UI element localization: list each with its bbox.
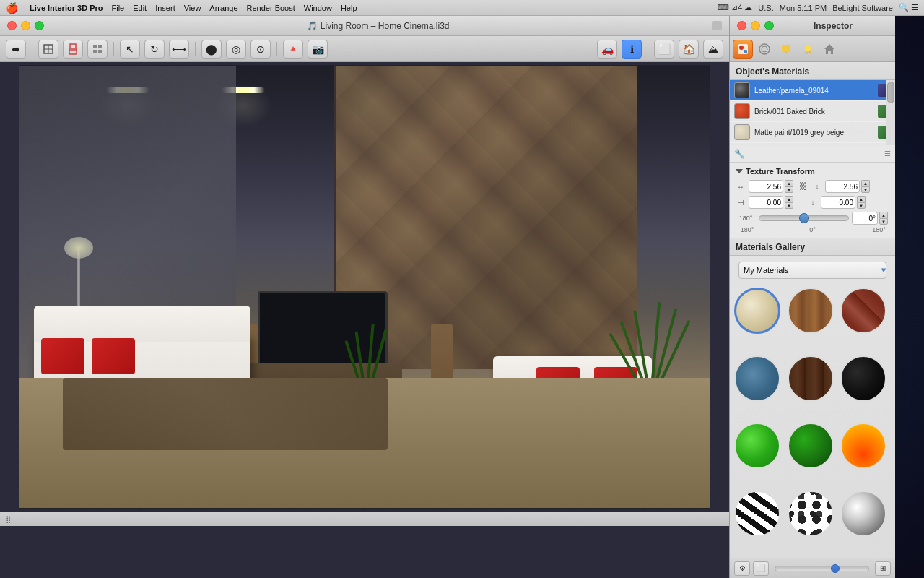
menu-file[interactable]: File <box>111 4 124 12</box>
angle-stepper[interactable]: ▲ ▼ <box>879 212 889 225</box>
info-btn[interactable]: ℹ <box>622 40 642 59</box>
menu-arrange[interactable]: Arrange <box>209 4 237 12</box>
offset-x-stepper[interactable]: ▲ ▼ <box>785 196 795 209</box>
swatch-zebra[interactable] <box>734 491 780 537</box>
grid-btn[interactable] <box>87 40 108 59</box>
swatch-beige[interactable] <box>734 288 780 334</box>
texture-transform-title: Texture Transform <box>736 167 889 176</box>
scale-y-stepper[interactable]: ▲ ▼ <box>861 180 871 193</box>
swatch-green-dark[interactable] <box>788 423 834 469</box>
material-item-leather[interactable]: Leather/pamela_09014 <box>730 80 895 101</box>
angle-slider-thumb[interactable] <box>799 213 809 223</box>
circle-btn[interactable]: ⬤ <box>201 40 222 59</box>
offset-x-input[interactable] <box>749 196 783 209</box>
toolbar-sep-2 <box>113 42 114 56</box>
inspector-toolbar <box>730 36 895 62</box>
gallery-dropdown[interactable]: My Materials All Materials Brick Wood Me… <box>738 262 886 279</box>
swatch-dark-wood[interactable] <box>788 355 834 402</box>
main-toolbar: ⬌ ↖ ↻ ⟷ ⬤ ◎ ⊙ 🔺 📷 🚗 ℹ <box>0 36 729 62</box>
scale-y-down[interactable]: ▼ <box>861 186 870 193</box>
export-btn[interactable]: ⬜ <box>753 561 769 576</box>
offset-y-down[interactable]: ▼ <box>857 202 866 209</box>
angle-slider[interactable] <box>759 215 849 221</box>
swatch-brick-red[interactable] <box>840 288 886 334</box>
add-material-btn[interactable]: ⚙ <box>734 561 750 576</box>
inspector-title: Inspector <box>778 21 888 31</box>
render-btn[interactable]: 🚗 <box>597 40 617 59</box>
tab-paint[interactable] <box>776 40 796 59</box>
angle-input[interactable] <box>852 212 878 225</box>
swatch-oak[interactable] <box>788 288 834 334</box>
viewport-3d[interactable] <box>19 65 710 509</box>
build-btn[interactable]: 🔺 <box>283 40 303 59</box>
collapse-icon[interactable] <box>736 169 743 173</box>
tab-materials[interactable] <box>733 40 753 59</box>
select-btn[interactable]: ↖ <box>120 40 140 59</box>
menu-view[interactable]: View <box>184 4 201 12</box>
inspector-maximize[interactable] <box>764 21 774 30</box>
offset-y-input[interactable] <box>821 196 855 209</box>
camera-btn[interactable]: 📷 <box>308 40 328 59</box>
offset-y-stepper[interactable]: ▲ ▼ <box>857 196 867 209</box>
menu-window[interactable]: Window <box>304 4 332 12</box>
view3d-btn[interactable]: ⛰ <box>703 40 723 59</box>
swatch-chrome[interactable] <box>840 491 886 537</box>
rotate-btn[interactable]: ↻ <box>144 40 165 59</box>
back-forward-btn[interactable]: ⬌ <box>6 40 26 59</box>
materials-scroll-thumb[interactable] <box>887 82 894 103</box>
swatch-fire[interactable] <box>840 423 886 469</box>
menu-render[interactable]: Render Boost <box>247 4 295 12</box>
menu-edit[interactable]: Edit <box>133 4 147 12</box>
scale-x-down[interactable]: ▼ <box>785 186 793 193</box>
material-name-leather: Leather/pamela_09014 <box>754 87 873 95</box>
swatch-black[interactable] <box>840 355 886 402</box>
inspector-minimize[interactable] <box>751 21 760 30</box>
close-button[interactable] <box>7 21 17 30</box>
ring-btn[interactable]: ◎ <box>226 40 246 59</box>
scale-y-input[interactable] <box>825 180 860 193</box>
floorplan-btn[interactable] <box>38 40 58 59</box>
main-window: 🎵 Living Room – Home Cinema.li3d ⬌ ↖ ↻ ⟷… <box>0 16 729 578</box>
svg-point-15 <box>762 46 767 52</box>
scale-x-stepper[interactable]: ▲ ▼ <box>785 180 795 193</box>
move-btn[interactable]: ⟷ <box>169 40 189 59</box>
offset-y-up[interactable]: ▲ <box>857 196 866 202</box>
material-swatch-leather <box>734 82 750 98</box>
angle-row: 180° ▲ ▼ <box>736 212 889 225</box>
grid-view-btn[interactable]: ⊞ <box>875 561 891 576</box>
scale-x-up[interactable]: ▲ <box>785 180 793 186</box>
resize-button[interactable] <box>712 21 722 30</box>
options-icon[interactable]: ☰ <box>884 150 891 158</box>
tab-home[interactable] <box>819 40 840 59</box>
angle-down[interactable]: ▼ <box>879 218 888 225</box>
swatch-green-bright[interactable] <box>734 423 780 469</box>
zoom-slider[interactable] <box>775 566 869 571</box>
scale-y-up[interactable]: ▲ <box>861 180 870 186</box>
tab-shape[interactable] <box>754 40 775 59</box>
scale-x-input[interactable] <box>749 180 783 193</box>
offset-x-down[interactable]: ▼ <box>785 202 793 209</box>
material-item-matte[interactable]: Matte paint/1019 grey beige <box>730 122 895 143</box>
offset-x-up[interactable]: ▲ <box>785 196 793 202</box>
menu-app[interactable]: Live Interior 3D Pro <box>30 4 103 12</box>
tab-light[interactable] <box>798 40 818 59</box>
materials-scroll-track[interactable] <box>886 80 895 145</box>
maximize-button[interactable] <box>35 21 44 30</box>
swatch-dalmatian[interactable] <box>788 491 834 537</box>
menu-insert[interactable]: Insert <box>155 4 175 12</box>
apple-menu[interactable]: 🍎 <box>6 2 18 14</box>
angle-up[interactable]: ▲ <box>879 212 888 218</box>
view2d-btn[interactable]: ⬜ <box>654 40 674 59</box>
rug <box>63 378 388 450</box>
swatch-water[interactable] <box>734 355 780 402</box>
minimize-button[interactable] <box>21 21 30 30</box>
offset-y-group: ▲ ▼ <box>821 196 867 209</box>
menu-help[interactable]: Help <box>341 4 357 12</box>
sphere-btn[interactable]: ⊙ <box>250 40 271 59</box>
inspector-close[interactable] <box>737 21 746 30</box>
chain-icon[interactable]: ⛓ <box>799 181 808 191</box>
print-btn[interactable] <box>63 40 83 59</box>
material-item-brick[interactable]: Brick/001 Baked Brick <box>730 101 895 122</box>
view-home-btn[interactable]: 🏠 <box>679 40 699 59</box>
zoom-slider-thumb[interactable] <box>831 564 840 573</box>
